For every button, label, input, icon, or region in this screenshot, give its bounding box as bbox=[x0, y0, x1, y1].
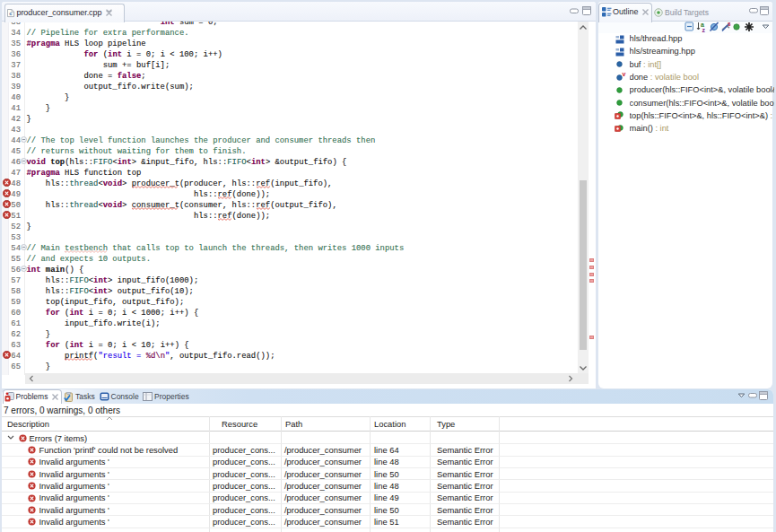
svg-text:z: z bbox=[702, 27, 706, 33]
svg-text:s: s bbox=[728, 22, 731, 27]
